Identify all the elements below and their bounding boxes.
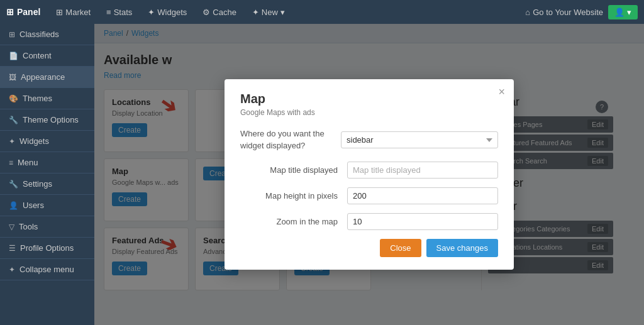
where-label: Where do you want the widget displayed?: [240, 128, 341, 151]
sidebar-item-widgets[interactable]: ✦ Widgets: [0, 131, 94, 152]
sidebar: ⊞ Classifieds 📄 Content 🖼 Appearance 🎨 T…: [0, 24, 94, 325]
goto-website-link[interactable]: ⌂ Go to Your Website: [525, 8, 603, 17]
menu-icon: ≡: [9, 158, 13, 167]
modal-title: Map: [240, 92, 498, 106]
map-height-label: Map height in pixels: [240, 191, 347, 201]
grid-icon: ⊞: [6, 7, 14, 17]
home-icon: ⌂: [525, 8, 530, 17]
sidebar-item-theme-options[interactable]: 🔧 Theme Options: [0, 109, 94, 131]
modal-close-x-btn[interactable]: ×: [498, 85, 505, 99]
sidebar-item-classifieds[interactable]: ⊞ Classifieds: [0, 24, 94, 45]
settings-icon: 🔧: [9, 180, 18, 189]
brand-label: Panel: [17, 7, 40, 17]
map-zoom-input[interactable]: [347, 213, 498, 230]
sidebar-item-profile-options[interactable]: ☰ Profile Options: [0, 238, 94, 259]
nav-stats[interactable]: ≡ Stats: [100, 5, 138, 19]
collapse-icon: ✦: [9, 265, 15, 274]
brand-logo[interactable]: ⊞ Panel: [6, 7, 40, 17]
main-content: Panel / Widgets ➔ ➔ Available w Read mor…: [94, 24, 644, 325]
sidebar-item-content[interactable]: 📄 Content: [0, 45, 94, 67]
themes-icon: 🎨: [9, 94, 18, 103]
close-modal-btn[interactable]: Close: [380, 239, 421, 257]
map-title-group: Map title displayed: [240, 162, 498, 179]
new-plus-icon: ✦: [252, 8, 259, 17]
map-zoom-label: Zoom in the map: [240, 217, 347, 226]
map-modal: × Map Google Maps with ads Where do you …: [225, 79, 514, 269]
nav-cache[interactable]: ⚙ Cache: [196, 5, 243, 19]
where-select[interactable]: sidebar header footer: [341, 131, 498, 148]
nav-market[interactable]: ⊞ Market: [50, 5, 97, 19]
top-nav-right: ⌂ Go to Your Website 👤 ▾: [525, 5, 638, 19]
sidebar-item-collapse[interactable]: ✦ Collapse menu: [0, 259, 94, 280]
content-icon: 📄: [9, 52, 18, 60]
theme-options-icon: 🔧: [9, 116, 18, 124]
sidebar-item-themes[interactable]: 🎨 Themes: [0, 88, 94, 109]
user-chevron-icon: ▾: [627, 8, 631, 17]
profile-options-icon: ☰: [9, 244, 16, 253]
users-icon: 👤: [9, 201, 18, 210]
appearance-icon: 🖼: [9, 73, 16, 82]
map-title-label: Map title displayed: [240, 165, 347, 175]
sidebar-item-users[interactable]: 👤 Users: [0, 195, 94, 216]
sidebar-item-appearance[interactable]: 🖼 Appearance: [0, 67, 94, 88]
sidebar-item-tools[interactable]: ▽ Tools: [0, 216, 94, 238]
map-height-input[interactable]: [347, 187, 498, 204]
modal-subtitle: Google Maps with ads: [240, 108, 498, 117]
nav-new[interactable]: ✦ New ▾: [246, 5, 291, 19]
user-icon: 👤: [614, 8, 625, 17]
map-title-input[interactable]: [347, 162, 498, 179]
modal-footer: Close Save changes: [240, 239, 498, 257]
save-changes-btn[interactable]: Save changes: [426, 239, 498, 257]
top-navigation: ⊞ Panel ⊞ Market ≡ Stats ✦ Widgets ⚙ Cac…: [0, 0, 644, 24]
market-icon: ⊞: [56, 8, 63, 17]
nav-new-chevron: ▾: [280, 8, 285, 17]
cache-gear-icon: ⚙: [203, 8, 210, 17]
modal-overlay: × Map Google Maps with ads Where do you …: [94, 24, 644, 325]
where-displayed-row: Where do you want the widget displayed? …: [240, 128, 498, 151]
sidebar-item-menu[interactable]: ≡ Menu: [0, 152, 94, 174]
main-layout: ⊞ Classifieds 📄 Content 🖼 Appearance 🎨 T…: [0, 24, 644, 325]
sidebar-item-settings[interactable]: 🔧 Settings: [0, 174, 94, 195]
user-menu[interactable]: 👤 ▾: [608, 5, 638, 19]
widgets-plus-icon: ✦: [148, 8, 155, 17]
map-height-group: Map height in pixels: [240, 187, 498, 204]
classifieds-icon: ⊞: [9, 30, 15, 39]
map-zoom-group: Zoom in the map: [240, 213, 498, 230]
widgets-icon: ✦: [9, 137, 15, 146]
tools-icon: ▽: [9, 223, 14, 231]
nav-widgets[interactable]: ✦ Widgets: [142, 5, 193, 19]
stats-icon: ≡: [106, 8, 111, 17]
